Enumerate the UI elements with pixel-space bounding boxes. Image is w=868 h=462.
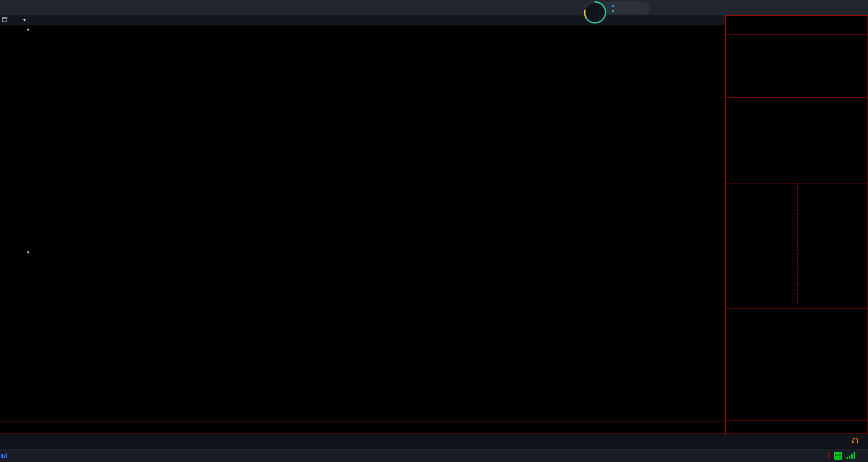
- stats-divider: [797, 183, 798, 304]
- time-axis[interactable]: [0, 421, 725, 434]
- resource-gauge[interactable]: [584, 1, 606, 24]
- chevron-down-icon[interactable]: ▼: [22, 18, 27, 22]
- chart-tab-bar: ▼: [0, 15, 725, 25]
- headset-icon: [851, 437, 859, 445]
- sub-indicator-header: ▼: [20, 250, 37, 255]
- quote-title[interactable]: [730, 18, 736, 30]
- order-panel-icon[interactable]: [60, 1, 74, 14]
- quote-board-icon[interactable]: [2, 1, 16, 14]
- candlestick-icon[interactable]: [31, 1, 45, 14]
- status-bar: [0, 449, 868, 462]
- more-icon[interactable]: [219, 1, 233, 14]
- save-icon[interactable]: [74, 1, 89, 14]
- download-arrow-icon: ▼: [611, 8, 615, 14]
- page-left-icon[interactable]: [146, 1, 161, 14]
- split-view-icon[interactable]: [117, 1, 132, 14]
- mini-kline-icon[interactable]: [1, 453, 7, 459]
- zoom-fit-icon[interactable]: [132, 1, 146, 14]
- line-chart-icon[interactable]: [16, 1, 31, 14]
- quote-panel: [725, 15, 868, 434]
- status-right: [823, 449, 860, 462]
- lightning-order-icon[interactable]: [45, 1, 60, 14]
- top-toolbar: [0, 0, 868, 15]
- online-service[interactable]: [851, 437, 861, 445]
- page-right-icon[interactable]: [161, 1, 175, 14]
- window-icon[interactable]: [2, 17, 7, 24]
- main-indicator-header: ▼: [20, 28, 37, 32]
- upload-arrow-icon: ▲: [611, 3, 615, 8]
- network-speed: ▲ ▼: [603, 1, 650, 14]
- panel-divider[interactable]: [0, 248, 725, 248]
- bottom-tab-bar: [0, 434, 868, 449]
- chevron-down-icon[interactable]: ▼: [26, 28, 30, 32]
- market-grid-icon[interactable]: [834, 452, 842, 460]
- quote-panel-tabs: [726, 421, 868, 434]
- collapse-up-icon[interactable]: [175, 1, 190, 14]
- layout-icon[interactable]: [204, 1, 219, 14]
- chevron-down-icon[interactable]: ▼: [26, 250, 30, 255]
- trade-list-header: [726, 310, 868, 320]
- refresh-icon[interactable]: [89, 1, 103, 14]
- chart-region[interactable]: ▼ ▼: [0, 26, 725, 434]
- signal-bars-icon: [847, 452, 855, 459]
- connection-tick: [828, 452, 829, 459]
- chart-switch-icon[interactable]: [103, 1, 117, 14]
- expand-down-icon[interactable]: [190, 1, 204, 14]
- chart-canvas[interactable]: [0, 26, 725, 421]
